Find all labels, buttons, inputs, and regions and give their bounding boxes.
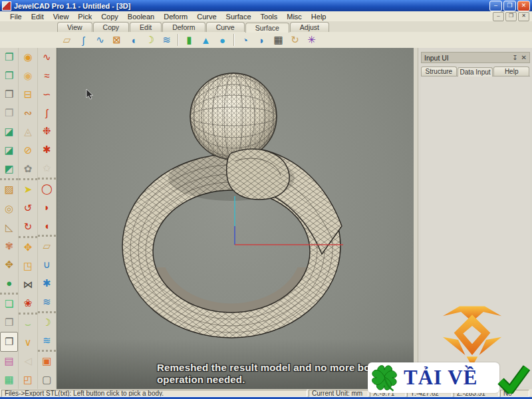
- tool-fan-blue-button[interactable]: ≋: [38, 293, 56, 311]
- tool-wedge-button[interactable]: ◁: [19, 352, 37, 370]
- tool-cube-face-a-button[interactable]: ◪: [0, 122, 18, 141]
- menu-deform[interactable]: Deform: [159, 13, 192, 21]
- tool-squiggle-1-button[interactable]: ∿: [38, 48, 56, 66]
- tool-cube-subtract-button[interactable]: ❐: [0, 85, 18, 104]
- tool-layer-fan-button[interactable]: ≋: [38, 331, 56, 350]
- sheet-surface-icon[interactable]: ▱: [59, 33, 75, 48]
- lathe-icon[interactable]: ↻: [287, 33, 303, 48]
- menu-edit[interactable]: Edit: [27, 13, 49, 21]
- ruled-surface-icon[interactable]: ⊠: [108, 33, 125, 48]
- menu-help[interactable]: Help: [307, 13, 331, 21]
- tool-squiggle-5-button[interactable]: ❉: [38, 122, 56, 140]
- freeform-surface-icon[interactable]: ∿: [92, 33, 108, 48]
- mdi-minimize-button[interactable]: –: [493, 12, 504, 21]
- tab-adjust[interactable]: Adjust: [290, 22, 329, 32]
- menu-surface[interactable]: Surface: [221, 13, 256, 21]
- tool-loop-red-button[interactable]: ◗: [38, 198, 56, 217]
- tab-deform[interactable]: Deform: [162, 22, 205, 32]
- tool-stack-button[interactable]: ⊟: [19, 85, 37, 104]
- menu-misc[interactable]: Misc: [282, 13, 307, 21]
- tool-wedge-box-button[interactable]: ◰: [19, 370, 37, 389]
- tool-flower-red-button[interactable]: ❀: [19, 294, 37, 313]
- tool-curve-orange-button[interactable]: ∾: [19, 104, 37, 122]
- tool-elbow-tube-button[interactable]: ⌣: [19, 313, 37, 333]
- viewport-3d[interactable]: Remeshed the result model and no more bo…: [57, 48, 414, 389]
- tool-squiggle-4-button[interactable]: ʃ: [38, 103, 56, 122]
- tool-rotate-cw-button[interactable]: ↻: [19, 217, 37, 236]
- tool-cube-intersect-button[interactable]: ❐: [0, 66, 18, 85]
- tool-squiggle-6-button[interactable]: ✱: [38, 140, 56, 159]
- menu-view[interactable]: View: [49, 13, 74, 21]
- tool-cube-green-button[interactable]: ❏: [0, 293, 18, 313]
- tab-edit[interactable]: Edit: [130, 22, 162, 32]
- tool-grid-green-button[interactable]: ▦: [0, 370, 18, 389]
- tool-circle-red-button[interactable]: ◯: [38, 178, 56, 198]
- tool-move-tool-button[interactable]: ✥: [19, 236, 37, 257]
- tool-sheet-button[interactable]: ▱: [38, 235, 56, 255]
- tool-cube-union-button[interactable]: ❐: [0, 48, 18, 66]
- mesh-surface-icon[interactable]: ▦: [270, 33, 287, 48]
- cone-icon[interactable]: ▲: [198, 33, 214, 48]
- tool-cylinder-slice-button[interactable]: ⊘: [19, 141, 37, 160]
- minimize-button[interactable]: –: [489, 1, 502, 11]
- twist-icon[interactable]: ✳: [303, 33, 320, 48]
- tool-tri-mesh-button[interactable]: ◬: [19, 122, 37, 141]
- sphere-icon[interactable]: ●: [214, 33, 231, 48]
- curved-tube-icon[interactable]: ◗: [253, 33, 270, 48]
- tool-flower-ball-button[interactable]: ✾: [0, 237, 18, 255]
- tool-cube-pressed-button[interactable]: ❐: [0, 332, 18, 352]
- tab-view[interactable]: View: [57, 22, 92, 32]
- close-button[interactable]: ✕: [517, 1, 530, 11]
- tool-mirror-tool-button[interactable]: ⋈: [19, 275, 37, 294]
- torus-icon[interactable]: ◔: [237, 33, 253, 48]
- tool-blob-blue-button[interactable]: ✱: [38, 274, 56, 293]
- tab-curve[interactable]: Curve: [206, 22, 245, 32]
- tool-gear-button[interactable]: ✿: [19, 160, 37, 178]
- panel-tab-data-input[interactable]: Data Input: [458, 67, 493, 76]
- menu-copy[interactable]: Copy: [96, 13, 123, 21]
- tool-star-cross-button[interactable]: ✥: [0, 255, 18, 274]
- tool-coin-pair-button[interactable]: ◉: [19, 66, 37, 85]
- tool-cube-face-c-button[interactable]: ◩: [0, 160, 18, 178]
- fan-surface-icon[interactable]: ◖: [125, 33, 142, 48]
- tool-corner-square-button[interactable]: ◳: [19, 257, 37, 275]
- pin-icon[interactable]: ↧: [512, 54, 517, 61]
- mdi-close-button[interactable]: ✕: [518, 12, 529, 21]
- tool-chevron-button[interactable]: ∨: [19, 333, 37, 352]
- menu-boolean[interactable]: Boolean: [123, 13, 159, 21]
- sweep-tube-icon[interactable]: ʃ: [75, 33, 92, 48]
- menu-tools[interactable]: Tools: [256, 13, 283, 21]
- tool-rotate-ccw-button[interactable]: ↺: [19, 199, 37, 217]
- menu-curve[interactable]: Curve: [192, 13, 221, 21]
- bend-tube-icon[interactable]: ☽: [142, 33, 158, 48]
- panel-tab-help[interactable]: Help: [493, 66, 529, 76]
- tool-squares-orange-button[interactable]: ▣: [38, 350, 56, 370]
- tool-cube-rainbow-button[interactable]: ▤: [0, 352, 18, 370]
- tab-copy[interactable]: Copy: [93, 22, 130, 32]
- tool-arc-red-button[interactable]: ◖: [38, 216, 56, 235]
- tool-pattern-square-button[interactable]: ▨: [0, 178, 18, 199]
- layer-surface-icon[interactable]: ≋: [158, 33, 175, 48]
- tab-surface[interactable]: Surface: [245, 23, 289, 33]
- menu-file[interactable]: File: [5, 13, 27, 21]
- tool-squiggle-3-button[interactable]: ∽: [38, 85, 56, 104]
- panel-tab-structure[interactable]: Structure: [421, 66, 457, 76]
- tool-coin-button[interactable]: ◉: [19, 48, 37, 66]
- restore-button[interactable]: ❐: [503, 1, 516, 11]
- cylinder-icon[interactable]: ▮: [181, 33, 198, 48]
- tool-squares-grey-button[interactable]: ▢: [38, 370, 56, 389]
- tool-star-outline-button[interactable]: ✩: [38, 159, 56, 178]
- tool-spiral-ball-button[interactable]: ◎: [0, 200, 18, 218]
- tool-pick-cursor-button[interactable]: ➤: [19, 178, 37, 199]
- tool-cube-plain-button[interactable]: ❐: [0, 313, 18, 332]
- tool-sphere-green-button[interactable]: ●: [0, 274, 18, 293]
- panel-title-bar[interactable]: Input UI ↧ ✕: [421, 52, 530, 63]
- tool-squiggle-2-button[interactable]: ≈: [38, 66, 56, 85]
- tool-polygon-pen-button[interactable]: ◺: [0, 218, 18, 237]
- tool-cube-wire-button[interactable]: ❐: [0, 104, 18, 122]
- menu-pick[interactable]: Pick: [73, 13, 96, 21]
- tool-banana-tube-button[interactable]: ☽: [38, 311, 56, 332]
- panel-close-icon[interactable]: ✕: [521, 54, 527, 61]
- tool-vase-button[interactable]: ∪: [38, 255, 56, 274]
- tool-cube-face-b-button[interactable]: ◪: [0, 141, 18, 160]
